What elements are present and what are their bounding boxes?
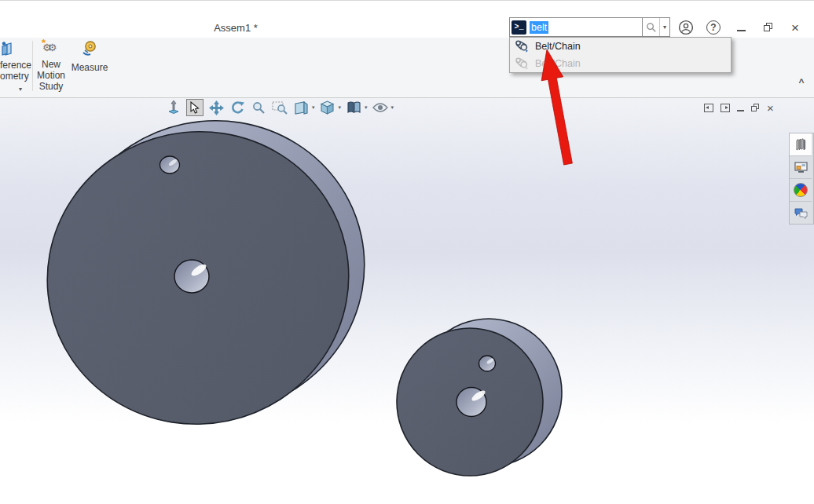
view-orientation-icon[interactable] [292, 99, 310, 116]
user-icon [678, 20, 694, 35]
large-pulley[interactable] [20, 98, 392, 452]
small-pulley-pin-hole [479, 356, 496, 371]
reference-geometry-button-partial[interactable]: ference ometry ▾ [0, 38, 31, 97]
search-input-value[interactable]: belt [530, 21, 548, 34]
design-library-tab[interactable] [790, 133, 812, 156]
search-result-belt-chain-disabled: Belt/Chain [510, 55, 731, 72]
zoom-to-area-icon[interactable] [271, 99, 288, 116]
command-search-input[interactable]: >_ belt [509, 17, 643, 37]
document-title: Assem1 * [126, 22, 346, 34]
forum-chat-icon [794, 207, 808, 219]
help-icon: ? [706, 20, 720, 35]
viewport-minimize-icon[interactable] [737, 110, 744, 111]
reference-geometry-label-line2: ometry [0, 71, 29, 82]
restore-icon [764, 23, 773, 32]
restore-button[interactable] [759, 18, 778, 37]
command-prompt-icon: >_ [512, 20, 526, 35]
belt-chain-label: Belt/Chain [535, 41, 581, 52]
minimize-icon [737, 30, 746, 31]
pane-left-icon[interactable] [704, 104, 713, 112]
assembly-3d-scene[interactable] [0, 98, 814, 504]
measure-icon [81, 40, 98, 57]
appearances-sphere-icon [794, 183, 808, 197]
section-view-caret[interactable]: ▾ [365, 104, 368, 111]
measure-label: Measure [72, 62, 108, 73]
belt-chain-disabled-label: Belt/Chain [535, 58, 581, 69]
design-library-icon [794, 138, 807, 151]
reference-geometry-icon [0, 41, 15, 58]
hide-show-items-caret[interactable]: ▾ [391, 104, 394, 111]
solidworks-window: Assem1 * >_ belt ▾ ? [0, 0, 814, 504]
viewport-close-icon[interactable]: × [767, 103, 774, 113]
search-result-belt-chain[interactable]: Belt/Chain [510, 38, 731, 55]
reference-geometry-caret[interactable]: ▾ [19, 86, 22, 93]
pane-right-icon[interactable] [720, 104, 730, 112]
forum-tab[interactable] [790, 202, 812, 224]
heads-up-view-toolbar: ▾ ▾ ▾ ▾ [165, 99, 394, 116]
measure-button[interactable]: Measure [69, 40, 110, 73]
graphics-viewport[interactable]: ▾ ▾ ▾ ▾ [0, 98, 814, 504]
search-icon[interactable] [646, 21, 657, 34]
search-results-dropdown: Belt/Chain Belt/Chain [509, 37, 732, 73]
reference-geometry-label-line1: ference [0, 60, 31, 71]
small-pulley[interactable] [397, 319, 562, 476]
viewport-restore-icon[interactable] [751, 104, 760, 112]
view-palette-icon [794, 162, 808, 173]
view-palette-tab[interactable] [790, 156, 812, 179]
rotate-icon[interactable] [229, 99, 246, 116]
close-icon: × [791, 21, 799, 35]
help-button[interactable]: ? [704, 18, 723, 37]
close-button[interactable]: × [786, 18, 805, 37]
display-style-icon[interactable] [319, 99, 336, 116]
select-tool-icon[interactable] [186, 99, 204, 116]
belt-chain-icon [514, 39, 529, 53]
section-view-icon[interactable] [345, 99, 362, 116]
title-bar: Assem1 * >_ belt ▾ ? [0, 1, 814, 38]
display-style-caret[interactable]: ▾ [339, 104, 342, 111]
new-motion-study-icon: ⚙⚙* [42, 40, 60, 57]
new-motion-study-button[interactable]: ⚙⚙* New Motion Study [33, 40, 69, 92]
task-pane-tabs [789, 133, 814, 225]
new-motion-study-label-line2: Motion [37, 70, 65, 81]
viewport-window-controls: × [704, 103, 774, 113]
new-motion-study-label-line3: Study [39, 81, 64, 92]
user-account-button[interactable] [676, 18, 695, 37]
appearances-tab[interactable] [790, 179, 812, 202]
instant3d-icon[interactable] [165, 99, 182, 116]
hide-show-items-icon[interactable] [372, 99, 389, 116]
minimize-button[interactable] [732, 18, 750, 37]
search-button-group[interactable]: ▾ [642, 17, 670, 37]
view-orientation-caret[interactable]: ▾ [312, 104, 315, 111]
zoom-icon[interactable] [250, 99, 267, 116]
belt-chain-disabled-icon [514, 57, 529, 71]
collapse-ribbon-chevron[interactable]: ^ [794, 77, 809, 88]
search-options-caret[interactable]: ▾ [659, 18, 669, 36]
pan-icon[interactable] [207, 99, 225, 116]
new-motion-study-label-line1: New [42, 59, 60, 70]
